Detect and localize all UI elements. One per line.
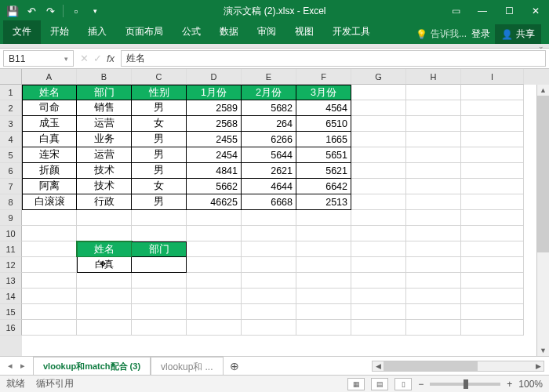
minimize-button[interactable]: — (469, 0, 496, 22)
cell[interactable]: 销售 (77, 100, 132, 116)
sheet-tab-other[interactable]: vlookup和 ... (151, 357, 223, 377)
view-normal-icon[interactable]: ▦ (347, 378, 365, 390)
cell[interactable]: 6266 (242, 132, 296, 147)
cell[interactable] (461, 132, 524, 147)
sheet-tab-active[interactable]: vlookup和match配合 (3) (33, 357, 151, 377)
cell[interactable]: 6668 (242, 194, 296, 210)
redo-icon[interactable]: ↷ (42, 2, 58, 20)
tab-formulas[interactable]: 公式 (173, 20, 210, 44)
cell[interactable]: 部门 (132, 241, 187, 257)
row-header[interactable]: 7 (0, 179, 22, 194)
cell[interactable] (77, 320, 132, 336)
cell[interactable] (461, 147, 524, 163)
cell[interactable] (406, 85, 461, 100)
cell[interactable]: 2月份 (242, 85, 296, 100)
ribbon-options-icon[interactable]: ▭ (442, 0, 469, 22)
col-header[interactable]: A (22, 69, 77, 85)
cell[interactable]: 4564 (296, 100, 351, 116)
col-header[interactable]: D (187, 69, 242, 85)
cell[interactable]: 4644 (242, 179, 296, 194)
cell[interactable] (242, 304, 296, 320)
row-header[interactable]: 13 (0, 273, 22, 289)
fx-icon[interactable]: fx (107, 53, 115, 64)
cell[interactable]: 阿离 (22, 179, 77, 194)
cell[interactable]: 2589 (187, 100, 242, 116)
vscroll-thumb[interactable] (537, 96, 549, 252)
row-header[interactable]: 9 (0, 210, 22, 226)
cell[interactable] (77, 304, 132, 320)
cell[interactable]: 5621 (296, 163, 351, 179)
cell[interactable] (296, 320, 351, 336)
zoom-out-button[interactable]: − (418, 379, 424, 390)
undo-icon[interactable]: ↶ (24, 2, 39, 20)
cell[interactable] (406, 241, 461, 257)
cell[interactable]: 2455 (187, 132, 242, 147)
cell[interactable] (461, 241, 524, 257)
row-header[interactable]: 1 (0, 85, 22, 100)
cell[interactable] (187, 289, 242, 304)
row-header[interactable]: 16 (0, 320, 22, 336)
cell[interactable] (22, 210, 77, 226)
zoom-slider[interactable] (430, 383, 500, 386)
formula-bar[interactable]: 姓名 (121, 50, 546, 67)
cell[interactable] (242, 241, 296, 257)
col-header[interactable]: F (296, 69, 351, 85)
close-button[interactable]: ✕ (522, 0, 549, 22)
cell[interactable] (351, 116, 406, 132)
cell[interactable]: 46625 (187, 194, 242, 210)
qat-customize-icon[interactable]: ▾ (87, 2, 103, 20)
cell-selected[interactable]: 姓名 (77, 241, 132, 257)
cell[interactable]: 男 (132, 100, 187, 116)
cell-grid[interactable]: ABCDEFGHI 姓名部门性别1月份2月份3月份司命销售男2589568245… (22, 69, 549, 356)
cell[interactable] (242, 226, 296, 241)
cell[interactable] (77, 289, 132, 304)
cell[interactable] (242, 273, 296, 289)
cell[interactable] (351, 257, 406, 273)
cell[interactable] (351, 304, 406, 320)
cell[interactable] (22, 257, 77, 273)
scroll-down-icon[interactable]: ▼ (537, 345, 549, 356)
cell[interactable] (22, 273, 77, 289)
cell[interactable] (351, 163, 406, 179)
cell[interactable] (187, 226, 242, 241)
cell[interactable]: 264 (242, 116, 296, 132)
cell[interactable] (187, 320, 242, 336)
row-header[interactable]: 6 (0, 163, 22, 179)
zoom-in-button[interactable]: + (507, 379, 512, 390)
cell[interactable] (132, 320, 187, 336)
tab-file[interactable]: 文件 (3, 20, 41, 44)
save-icon[interactable]: 💾 (5, 2, 20, 20)
cell[interactable] (406, 147, 461, 163)
row-header[interactable]: 15 (0, 304, 22, 320)
cell[interactable] (406, 163, 461, 179)
tab-pagelayout[interactable]: 页面布局 (116, 20, 173, 44)
cell[interactable] (351, 179, 406, 194)
cell[interactable] (461, 100, 524, 116)
row-header[interactable]: 8 (0, 194, 22, 210)
cell[interactable]: 2621 (242, 163, 296, 179)
col-header[interactable]: C (132, 69, 187, 85)
cell[interactable] (461, 257, 524, 273)
cell[interactable] (242, 289, 296, 304)
cell[interactable] (351, 210, 406, 226)
cell[interactable] (406, 179, 461, 194)
view-pagebreak-icon[interactable]: ▯ (394, 378, 412, 390)
cell[interactable] (351, 241, 406, 257)
cell[interactable]: 1665 (296, 132, 351, 147)
row-header[interactable]: 2 (0, 100, 22, 116)
cell[interactable] (461, 320, 524, 336)
cell[interactable]: 1月份 (187, 85, 242, 100)
cell[interactable] (406, 116, 461, 132)
cell[interactable] (296, 241, 351, 257)
col-header[interactable]: E (242, 69, 296, 85)
cell[interactable] (406, 289, 461, 304)
cell[interactable]: 白真 (22, 132, 77, 147)
cell[interactable] (296, 226, 351, 241)
tab-developer[interactable]: 开发工具 (323, 20, 380, 44)
cell[interactable] (351, 226, 406, 241)
cell[interactable] (461, 116, 524, 132)
tab-review[interactable]: 审阅 (248, 20, 285, 44)
cell[interactable] (22, 289, 77, 304)
row-header[interactable]: 10 (0, 226, 22, 241)
vertical-scrollbar[interactable]: ▲ ▼ (536, 85, 549, 356)
